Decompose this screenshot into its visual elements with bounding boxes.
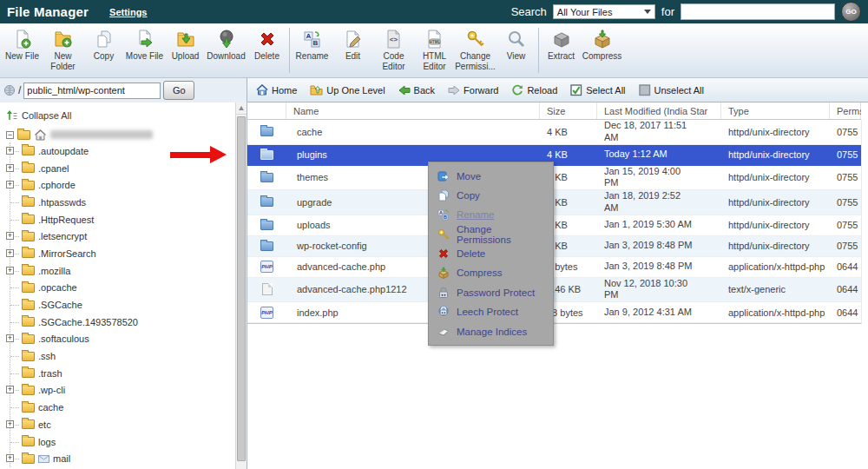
expand-icon[interactable]	[6, 147, 14, 155]
home-button[interactable]: Home	[256, 84, 297, 96]
folder-icon	[22, 419, 35, 429]
compress-button[interactable]: Compress	[582, 28, 622, 62]
menu-item-copy[interactable]: Copy	[429, 186, 553, 204]
extract-button[interactable]: Extract	[541, 28, 582, 62]
sidebar-item-cache[interactable]: cache	[10, 399, 247, 416]
forward-button[interactable]: Forward	[448, 85, 498, 96]
sidebar-item-autoupdate[interactable]: .autoupdate	[10, 142, 247, 160]
sidebar-item-cphorde[interactable]: .cphorde	[10, 176, 247, 194]
expand-icon[interactable]	[6, 267, 14, 274]
collapse-all-icon	[6, 109, 17, 121]
search-label: Search	[511, 5, 547, 18]
column-perms[interactable]: Perms	[830, 102, 861, 119]
collapse-expander-icon[interactable]	[6, 131, 14, 139]
sidebar-item-logs[interactable]: logs	[10, 433, 247, 451]
download-button[interactable]: Download	[206, 28, 247, 62]
settings-link[interactable]: Settings	[109, 7, 147, 17]
sidebar-item-cpanel[interactable]: .cpanel	[10, 160, 247, 177]
sidebar-item-etc[interactable]: etc	[10, 416, 247, 433]
unselect-all-button[interactable]: Unselect All	[639, 84, 704, 96]
table-row-plugins-selected[interactable]: plugins 4 KB Today 1:12 AM httpd/unix-di…	[247, 145, 861, 166]
sidebar-scrollbar[interactable]	[235, 102, 247, 469]
scrollbar-thumb[interactable]	[237, 116, 246, 461]
expand-icon[interactable]	[6, 232, 14, 240]
table-row-wp-rocket-config[interactable]: wp-rocket-config 4 KB Jan 3, 2019 8:48 P…	[247, 236, 861, 257]
table-row-cache[interactable]: cache 4 KB Dec 18, 2017 11:51 AM httpd/u…	[247, 120, 861, 145]
sidebar-item-httprequest[interactable]: .HttpRequest	[10, 211, 247, 228]
expand-icon[interactable]	[6, 454, 14, 462]
copy-icon	[94, 28, 115, 50]
new-file-button[interactable]: New File	[2, 28, 43, 62]
sidebar-item-sgcache[interactable]: .SGCache	[10, 296, 247, 314]
menu-item-move[interactable]: Move	[429, 167, 553, 185]
column-size[interactable]: Size	[540, 102, 597, 119]
column-type[interactable]: Type	[721, 102, 830, 119]
sidebar-item-htpasswds[interactable]: .htpasswds	[10, 194, 247, 211]
html-editor-button[interactable]: HTML HTML Editor	[414, 28, 455, 71]
search-go-button[interactable]: GO	[841, 2, 861, 22]
rename-button[interactable]: AB Rename	[292, 28, 332, 62]
upload-button[interactable]: Upload	[165, 28, 206, 62]
search-scope-select[interactable]: All Your Files	[553, 4, 655, 19]
back-button[interactable]: Back	[398, 85, 435, 96]
select-all-button[interactable]: Select All	[570, 84, 625, 96]
copy-button[interactable]: Copy	[83, 28, 124, 62]
folder-icon	[22, 301, 35, 310]
folder-icon	[260, 241, 273, 251]
menu-item-delete[interactable]: Delete	[429, 245, 553, 263]
path-go-button[interactable]: Go	[163, 81, 194, 100]
sidebar-item-softaculous[interactable]: .softaculous	[10, 331, 247, 348]
menu-item-compress[interactable]: Compress	[429, 264, 553, 282]
sidebar-item-opcache[interactable]: .opcache	[10, 280, 247, 297]
svg-text:A: A	[306, 32, 311, 40]
table-row-advanced-cache-php[interactable]: PHP advanced-cache.php 0 bytes Jan 3, 20…	[247, 257, 861, 278]
navigation-bar: Home Up One Level Back Forward Reload	[247, 78, 868, 102]
context-menu: Move Copy AB Rename Change Permissions D…	[428, 162, 554, 346]
sidebar-item-trash[interactable]: .trash	[10, 365, 247, 382]
table-row-themes[interactable]: themes 4 KB Jan 15, 2019 4:00 PM httpd/u…	[247, 166, 861, 191]
sidebar-item-wp-cli[interactable]: .wp-cli	[10, 382, 247, 400]
change-permissions-button[interactable]: Change Permissi...	[455, 28, 496, 71]
table-row-index-php[interactable]: PHP index.php 28 bytes Jan 9, 2012 4:31 …	[247, 302, 861, 323]
expand-icon[interactable]	[6, 386, 14, 393]
up-one-level-button[interactable]: Up One Level	[310, 84, 385, 96]
table-row-advanced-cache-php1212[interactable]: advanced-cache.php1212 1.46 KB Nov 12, 2…	[247, 278, 861, 303]
sidebar-item-sgcache-1493578520[interactable]: .SGCache.1493578520	[10, 314, 247, 331]
scroll-up-arrow-icon[interactable]	[236, 102, 247, 115]
expand-icon[interactable]	[6, 334, 14, 342]
expand-icon[interactable]	[6, 164, 14, 172]
lock-icon	[437, 287, 450, 299]
menu-item-manage-indices[interactable]: Manage Indices	[429, 322, 553, 340]
move-file-icon	[135, 28, 155, 50]
folder-icon	[22, 163, 35, 173]
path-input[interactable]	[23, 83, 161, 99]
column-last-modified[interactable]: Last Modified (India Star	[597, 102, 721, 119]
sidebar-item-ssh[interactable]: .ssh	[10, 347, 247, 365]
code-editor-button[interactable]: <> Code Editor	[373, 28, 414, 71]
sidebar-item-mail[interactable]: mail	[10, 450, 247, 467]
column-name[interactable]: Name	[286, 102, 540, 119]
expand-icon[interactable]	[6, 420, 14, 428]
path-root-slash: /	[18, 84, 21, 96]
expand-icon[interactable]	[6, 181, 14, 188]
tree-root-home[interactable]	[6, 127, 247, 142]
menu-item-password-protect[interactable]: Password Protect	[429, 283, 553, 301]
new-folder-button[interactable]: New Folder	[43, 28, 83, 71]
expand-icon[interactable]	[6, 249, 14, 257]
menu-item-change-permissions[interactable]: Change Permissions	[429, 225, 553, 243]
edit-button[interactable]: Edit	[332, 28, 373, 62]
table-row-uploads[interactable]: uploads 4 KB Jan 1, 2019 5:30 AM httpd/u…	[247, 215, 861, 236]
delete-button[interactable]: Delete	[247, 28, 287, 62]
reload-button[interactable]: Reload	[511, 84, 557, 96]
collapse-all-button[interactable]: Collapse All	[6, 109, 247, 121]
table-header: Name Size Last Modified (India Star Type…	[247, 102, 861, 120]
table-row-upgrade[interactable]: upgrade 4 KB Jan 18, 2019 2:52 AM httpd/…	[247, 190, 861, 215]
view-button[interactable]: View	[496, 28, 536, 62]
menu-item-leech-protect[interactable]: Leech Protect	[429, 303, 553, 321]
sidebar-item-mirrorsearch[interactable]: .MirrorSearch	[10, 245, 247, 262]
menu-item-rename[interactable]: AB Rename	[429, 206, 553, 224]
sidebar-item-letsencrypt[interactable]: .letsencrypt	[10, 228, 247, 245]
search-input[interactable]	[681, 3, 835, 20]
sidebar-item-mozilla[interactable]: .mozilla	[10, 262, 247, 280]
move-file-button[interactable]: Move File	[124, 28, 165, 62]
